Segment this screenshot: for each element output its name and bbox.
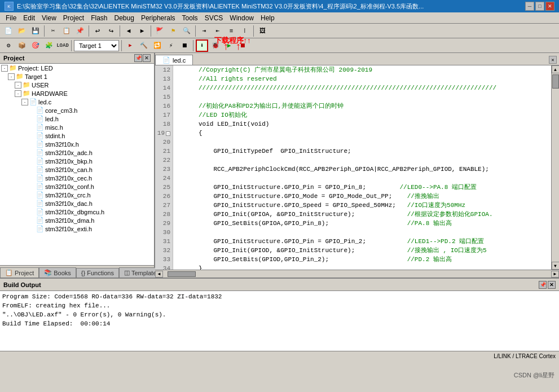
- project-tree[interactable]: -📁Project: LED-📁Target 1-📁USER-📁HARDWARE…: [0, 64, 154, 265]
- tree-item[interactable]: 📄stm32f10x_can.h: [0, 165, 154, 174]
- cut-button[interactable]: ✂: [47, 25, 59, 37]
- menu-project[interactable]: Project: [60, 13, 87, 23]
- format2-button[interactable]: ⁞: [239, 25, 251, 37]
- tree-item[interactable]: -📁USER: [0, 81, 154, 89]
- menu-help[interactable]: Help: [257, 13, 278, 23]
- build-panel: Build Output 📌 ✕ Program Size: Code=1568…: [0, 278, 559, 351]
- multiproject-button[interactable]: LOAD: [56, 39, 69, 52]
- unindent-button[interactable]: ⇤: [212, 25, 224, 37]
- code-line: GPIO_InitStructure.GPIO_Mode = GPIO_Mode…: [194, 192, 551, 201]
- tree-item[interactable]: 📄stm32f10x_exti.h: [0, 224, 154, 233]
- code-main[interactable]: 1213141516171819-20212223242526272829303…: [155, 65, 551, 270]
- copy-button[interactable]: 📋: [60, 25, 73, 37]
- redo-button[interactable]: ↪: [105, 25, 117, 37]
- tree-item[interactable]: 📄stm32f10x_cec.h: [0, 174, 154, 182]
- tree-item[interactable]: 📄led.h: [0, 114, 154, 123]
- stop-debug-button[interactable]: ⏹: [236, 39, 249, 52]
- download-button[interactable]: ⬇: [196, 39, 208, 52]
- status-bar: L/LINK / LTRACE Cortex: [0, 351, 559, 361]
- minimize-button[interactable]: ─: [525, 2, 534, 11]
- tree-item[interactable]: 📄stdint.h: [0, 131, 154, 140]
- batch-button[interactable]: ⚡: [165, 39, 177, 52]
- open-button[interactable]: 📂: [16, 25, 28, 37]
- debug-button[interactable]: 🐞: [209, 39, 222, 52]
- format-button[interactable]: ≡: [225, 25, 237, 37]
- menu-edit[interactable]: Edit: [20, 13, 38, 23]
- tree-item[interactable]: -📁HARDWARE: [0, 89, 154, 98]
- close-button[interactable]: ✕: [545, 2, 554, 11]
- main-container: Project 📌 ✕ -📁Project: LED-📁Target 1-📁US…: [0, 53, 559, 278]
- menu-window[interactable]: Window: [226, 13, 257, 23]
- stop-build-button[interactable]: ⏹: [178, 39, 191, 52]
- tree-item[interactable]: -📁Target 1: [0, 72, 154, 81]
- project-pin-button[interactable]: 📌: [134, 54, 142, 62]
- nav-fwd-button[interactable]: ▶: [136, 25, 148, 37]
- maximize-button[interactable]: □: [535, 2, 544, 11]
- line-number: 27: [155, 201, 173, 210]
- tree-item[interactable]: 📄stm32f10x_dac.h: [0, 199, 154, 208]
- undo-button[interactable]: ↩: [91, 25, 104, 37]
- target-select[interactable]: Target 1: [74, 40, 119, 51]
- menu-peripherals[interactable]: Peripherals: [138, 13, 179, 23]
- tab-project[interactable]: 📋 Project: [0, 267, 39, 278]
- tree-item[interactable]: 📄stm32f10x_dma.h: [0, 216, 154, 224]
- code-scrollbar[interactable]: ▲ ▼: [551, 65, 559, 270]
- indent-button[interactable]: ⇥: [198, 25, 210, 37]
- tree-item[interactable]: 📄stm32f10x_conf.h: [0, 182, 154, 191]
- tree-item[interactable]: 📄stm32f10x_dbgmcu.h: [0, 208, 154, 216]
- tree-item[interactable]: 📄stm32f10x.h: [0, 140, 154, 148]
- tree-item[interactable]: 📄stm32f10x_crc.h: [0, 191, 154, 199]
- window-controls[interactable]: ─ □ ✕: [525, 2, 554, 11]
- tree-item[interactable]: 📄stm32f10x_bkp.h: [0, 157, 154, 165]
- menu-file[interactable]: File: [2, 13, 20, 23]
- h-scroll-right[interactable]: ▶: [551, 271, 559, 278]
- tab-books[interactable]: 📚 Books: [39, 267, 76, 278]
- new-file-button[interactable]: 📄: [2, 25, 15, 37]
- menu-debug[interactable]: Debug: [111, 13, 138, 23]
- project-panel-title: Project: [3, 55, 24, 61]
- component-button[interactable]: 🧩: [43, 39, 55, 52]
- menu-tools[interactable]: Tools: [179, 13, 201, 23]
- target-opts-button[interactable]: 🎯: [29, 39, 42, 52]
- tree-item[interactable]: 📄core_cm3.h: [0, 106, 154, 114]
- h-scroll-left[interactable]: ◀: [155, 271, 163, 278]
- build-button[interactable]: 🔨: [138, 39, 150, 52]
- menu-flash[interactable]: Flash: [87, 13, 111, 23]
- bookmark-button[interactable]: 🚩: [153, 25, 166, 37]
- bookmark-nav-button[interactable]: ⚑: [167, 25, 179, 37]
- load-button[interactable]: 📦: [16, 39, 28, 52]
- nav-back-button[interactable]: ◀: [122, 25, 135, 37]
- find-button[interactable]: 🔍: [181, 25, 193, 37]
- insert-image-button[interactable]: 🖼: [256, 25, 269, 37]
- code-line: //LED IO初始化: [194, 111, 551, 120]
- project-panel-header: Project 📌 ✕: [0, 53, 154, 64]
- line-number: 19-: [155, 129, 173, 138]
- tree-item[interactable]: 📄stm32f10x_adc.h: [0, 148, 154, 157]
- menu-view[interactable]: View: [38, 13, 60, 23]
- tree-item[interactable]: -📁Project: LED: [0, 64, 154, 72]
- build-close-button[interactable]: ✕: [548, 281, 556, 289]
- scroll-thumb[interactable]: [552, 74, 559, 89]
- settings-button[interactable]: ⚙: [2, 39, 15, 52]
- save-button[interactable]: 💾: [29, 25, 42, 37]
- code-panel-close[interactable]: ✕: [549, 56, 557, 64]
- code-line: GPIO_InitStructure.GPIO_Pin = GPIO_Pin_2…: [194, 237, 551, 246]
- project-close-btn[interactable]: ✕: [143, 54, 151, 62]
- line-number: 21: [155, 147, 173, 156]
- tab-functions[interactable]: {} Functions: [76, 268, 119, 278]
- tree-item[interactable]: -📄led.c: [0, 98, 154, 106]
- horizontal-scrollbar[interactable]: ◀ ▶: [155, 270, 559, 278]
- scroll-down-button[interactable]: ▼: [552, 262, 560, 270]
- build-pin-button[interactable]: 📌: [539, 281, 547, 289]
- books-tab-icon: 📚: [44, 269, 52, 276]
- h-scroll-thumb[interactable]: [168, 271, 196, 277]
- run-button[interactable]: ▶: [223, 39, 235, 52]
- menu-svcs[interactable]: SVCS: [201, 13, 227, 23]
- translate-button[interactable]: ▶: [124, 39, 137, 52]
- rebuild-button[interactable]: 🔁: [151, 39, 164, 52]
- paste-button[interactable]: 📌: [74, 25, 86, 37]
- code-line: GPIO_InitStructure.GPIO_Pin = GPIO_Pin_8…: [194, 183, 551, 192]
- scroll-up-button[interactable]: ▲: [552, 65, 560, 73]
- tree-item[interactable]: 📄misc.h: [0, 123, 154, 131]
- code-tab-led[interactable]: 📄 led.c: [155, 55, 193, 65]
